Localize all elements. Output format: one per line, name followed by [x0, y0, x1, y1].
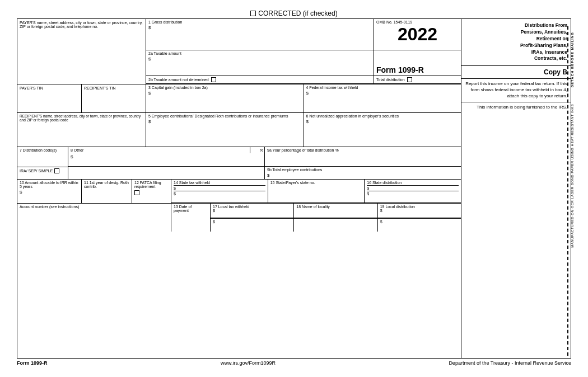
box-5-6-col: 5 Employee contributions/ Designated Rot…: [146, 113, 461, 147]
box5-label: 5 Employee contributions/ Designated Rot…: [148, 114, 288, 118]
box16-label: 16 State distribution: [367, 181, 402, 185]
year-text: 20: [398, 24, 418, 44]
right-report-text: Report this income on your federal tax r…: [461, 79, 571, 102]
box-19: 19 Local distribution $: [378, 204, 461, 218]
boxes-14-15-16: 14 State tax withheld $ $ 15 State/Payer…: [171, 180, 461, 203]
box-12: 12 FATCA filing requirement: [132, 180, 171, 203]
box2a-label: 2a Taxable amount: [148, 51, 181, 55]
box3-dollar: $: [148, 91, 301, 96]
separator3: [367, 185, 459, 186]
box10-label: 10 Amount allocable to IRR within 5 year…: [20, 181, 78, 189]
total-dist-checkbox[interactable]: [407, 77, 412, 82]
right-copy-b: Copy B: [461, 66, 571, 79]
box2b-label: 2b Taxable amount not determined: [148, 78, 209, 82]
box4-dollar: $: [306, 91, 459, 96]
box-8-top: 8 Other % $: [68, 147, 264, 167]
box-17: 17 Local tax withheld $: [211, 204, 294, 218]
boxes-17-18-19-row: 17 Local tax withheld $ 18 Name of local…: [211, 204, 461, 218]
acct-number-box: Account number (see instructions): [17, 204, 171, 232]
side-text-detach: DETACH BEFORE MAILING: [571, 32, 574, 87]
box16-dollar2: $: [367, 192, 369, 196]
right-furnish-text: This information is being furnished to t…: [461, 102, 571, 113]
ombyear-box: OMB No. 1545-0119 2022: [374, 19, 461, 50]
main-form: PAYER'S name, street address, city or to…: [17, 18, 571, 359]
boxes-17-18-19-row2: $ $: [211, 218, 461, 232]
omb-number: OMB No. 1545-0119: [376, 20, 459, 24]
box-10: 10 Amount allocable to IRR within 5 year…: [17, 180, 82, 203]
ira-sep-box: IRA/ SEP/ SIMPLE: [17, 167, 68, 175]
box14-label: 14 State tax withheld: [174, 181, 210, 185]
box9a-pct: %: [335, 148, 338, 152]
box-9a: 9a Your percentage of total distribution…: [265, 147, 461, 167]
footer-left: Form 1099-R: [17, 360, 48, 366]
title-line5: IRAs, Insurance: [531, 49, 567, 55]
payer-row: PAYER'S name, street address, city or to…: [17, 19, 461, 84]
title-line3: Retirement or: [536, 36, 567, 41]
year-display: 2022: [376, 25, 459, 43]
copy-b-report: Report this income on your federal tax r…: [465, 81, 567, 98]
box18-label: 18 Name of locality: [296, 205, 330, 209]
box8-pct-sign: %: [260, 148, 263, 152]
title-line1: Distributions From: [525, 22, 567, 28]
box19-label: 19 Local distribution: [380, 205, 415, 209]
right-top: Distributions From Pensions, Annuities, …: [461, 19, 571, 66]
box17-dollar: $: [213, 209, 215, 213]
box-17-2: $: [211, 218, 294, 232]
box9b-dollar: $: [267, 173, 459, 178]
box14-dollar: $: [174, 186, 176, 190]
box-7-9-row: 7 Distribution code(s) IRA/ SEP/ SIMPLE …: [17, 147, 461, 180]
corrected-checkbox[interactable]: [250, 11, 256, 16]
account-label: Account number (see instructions): [20, 205, 79, 209]
left-section: PAYER'S name, street address, city or to…: [17, 19, 461, 358]
bottom-row-1: 10 Amount allocable to IRR within 5 year…: [17, 180, 461, 204]
recipient-addr-label: RECIPIENT'S name, street address, city o…: [20, 114, 141, 122]
box-5: 5 Employee contributions/ Designated Rot…: [146, 113, 304, 147]
box-8-pct: %: [250, 147, 264, 153]
box1-label: 1 Gross distribution: [148, 20, 182, 24]
box-row-1: 1 Gross distribution $ OMB No. 1545-0119…: [146, 19, 461, 50]
recipient-tin-box: RECIPIENT'S TIN: [82, 84, 146, 112]
box6-label: 6 Net unrealized appreciation in employe…: [306, 114, 399, 118]
box10-dollar: $: [20, 190, 79, 195]
box12-label: 12 FATCA filing requirement: [134, 181, 161, 189]
copy-b-label: Copy B: [544, 68, 567, 76]
box16-dollar: $: [367, 186, 369, 190]
side-panel: DETACH BEFORE MAILING MANUFACTURED ON OC…: [567, 26, 574, 356]
box-8: 8 Other: [68, 147, 250, 153]
box-2b: 2b Taxable amount not determined: [146, 76, 374, 83]
recipient-addr-box: RECIPIENT'S name, street address, city o…: [17, 113, 146, 147]
ira-sep-checkbox[interactable]: [54, 168, 59, 173]
box9b-label: 9b Total employee contributions: [267, 168, 322, 172]
furnish-text: This information is being furnished to t…: [477, 105, 567, 110]
bottom-row-2: Account number (see instructions) 13 Dat…: [17, 204, 461, 232]
tin-row: PAYER'S TIN RECIPIENT'S TIN 3 Capital ga…: [17, 84, 461, 113]
box14-dollar2: $: [174, 192, 176, 196]
footer: Form 1099-R www.irs.gov/Form1099R Depart…: [17, 359, 571, 367]
box-7: 7 Distribution code(s): [17, 147, 68, 167]
box12-checkbox[interactable]: [134, 190, 139, 195]
box6-dollar: $: [306, 119, 459, 124]
form-number-box: Form 1099-R: [374, 50, 461, 76]
box19-dollar: $: [380, 209, 382, 213]
box2b-checkbox[interactable]: [211, 77, 216, 82]
side-text-manufactured: MANUFACTURED ON OCR LASER BOND PAPER USI…: [571, 104, 574, 248]
form-number: Form 1099-R: [376, 65, 424, 74]
box-2a: 2a Taxable amount $: [146, 50, 374, 76]
box2a-dollar: $: [148, 56, 371, 62]
box-14: 14 State tax withheld $ $: [171, 180, 268, 202]
corrected-header: CORRECTED (if checked): [17, 10, 571, 17]
separator2: [174, 191, 265, 191]
box17-label: 17 Local tax withheld: [213, 205, 249, 209]
box4-label: 4 Federal income tax withheld: [306, 86, 358, 89]
box7-label: 7 Distribution code(s): [20, 148, 57, 152]
box19-dollar2: $: [380, 220, 382, 224]
box-9a-9b-col: 9a Your percentage of total distribution…: [265, 147, 461, 179]
title-line2: Pensions, Annuities,: [521, 29, 567, 35]
box3-label: 3 Capital gain (included in box 2a): [148, 86, 208, 89]
box-18: 18 Name of locality: [294, 204, 377, 218]
title-line4: Profit-Sharing Plans,: [520, 43, 567, 48]
box15-label: 15 State/Payer's state no.: [270, 181, 315, 185]
payer-tin-label: PAYER'S TIN: [20, 86, 43, 90]
total-dist-box: Total distribution: [374, 76, 461, 83]
box9a-label: 9a Your percentage of total distribution: [267, 148, 334, 152]
